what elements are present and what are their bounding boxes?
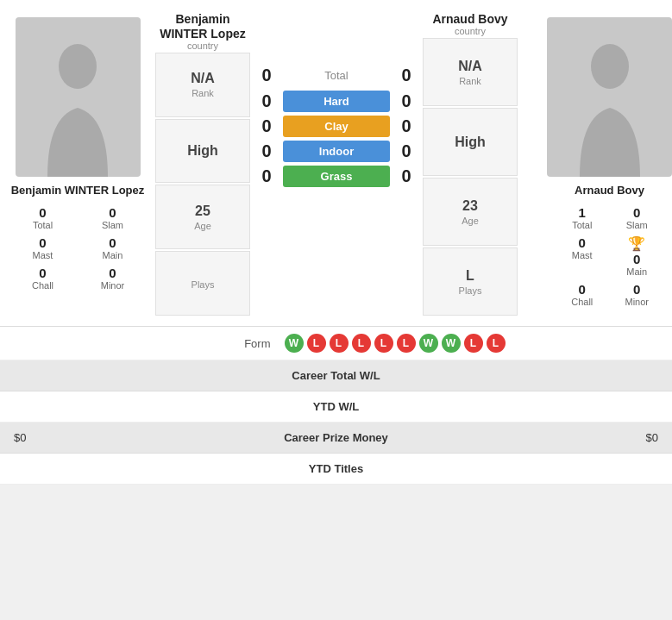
grass-court-row: 0 Grass 0 [254, 166, 419, 187]
left-slam-stat: 0 Slam [82, 204, 143, 232]
career-total-row: Career Total W/L [0, 360, 672, 391]
form-badges: WLLLLLWWLL [285, 334, 506, 353]
center-scores-section: 0 Total 0 0 Hard 0 0 Clay 0 [250, 9, 423, 317]
svg-point-0 [59, 44, 97, 89]
center-right-name: Arnaud Bovy [432, 12, 507, 26]
clay-court-row: 0 Clay 0 [254, 116, 419, 137]
left-age-block: 25 Age [155, 185, 250, 249]
left-plays-block: Plays [155, 251, 250, 316]
form-badge-l: L [307, 334, 326, 353]
prize-left-value: $0 [14, 431, 175, 444]
main-container: Benjamin WINTER Lopez 0 Total 0 Slam 0 M… [0, 0, 672, 485]
hard-court-row: 0 Hard 0 [254, 91, 419, 112]
right-total-stat: 1 Total [559, 204, 606, 232]
right-country: country [455, 26, 486, 36]
right-trophy-cell: 🏆 0 Main [614, 234, 661, 279]
right-player-name: Arnaud Bovy [575, 184, 644, 197]
middle-section: Benjamin WINTER Lopez country N/A Rank H… [155, 9, 547, 317]
clay-court-btn[interactable]: Clay [283, 116, 390, 137]
indoor-court-row: 0 Indoor 0 [254, 141, 419, 162]
form-badge-l: L [397, 334, 416, 353]
total-score-row: 0 Total 0 [254, 60, 419, 91]
right-plays-block: L Plays [423, 247, 518, 316]
form-badge-w: W [285, 334, 304, 353]
ytd-row: YTD W/L [0, 391, 672, 423]
form-row: Form WLLLLLWWLL [0, 327, 672, 360]
hard-court-btn[interactable]: Hard [283, 91, 390, 112]
left-mast-stat: 0 Mast [12, 234, 73, 262]
center-left-name-line2: WINTER Lopez [160, 27, 246, 41]
prize-label: Career Prize Money [175, 431, 498, 444]
left-minor-stat: 0 Minor [82, 264, 143, 292]
form-label: Form [167, 337, 271, 350]
right-stats-grid: 1 Total 0 Slam 0 Mast 🏆 0 Main 0 [556, 204, 663, 309]
svg-point-1 [591, 44, 629, 89]
left-player-card: Benjamin WINTER Lopez 0 Total 0 Slam 0 M… [0, 9, 155, 317]
grass-court-btn[interactable]: Grass [283, 166, 390, 187]
left-chall-stat: 0 Chall [12, 264, 73, 292]
ytd-label: YTD W/L [14, 400, 658, 413]
right-player-card: Arnaud Bovy 1 Total 0 Slam 0 Mast 🏆 0 [547, 9, 672, 317]
form-badge-l: L [352, 334, 371, 353]
right-player-avatar [547, 17, 672, 177]
bottom-section: Form WLLLLLWWLL Career Total W/L YTD W/L… [0, 327, 672, 485]
ytd-titles-label: YTD Titles [14, 462, 658, 475]
right-player-silhouette [571, 39, 649, 177]
left-stats-panel: Benjamin WINTER Lopez country N/A Rank H… [155, 9, 250, 317]
right-mast-stat: 0 Mast [559, 234, 606, 279]
ytd-titles-row: YTD Titles [0, 454, 672, 485]
form-badge-l: L [487, 334, 506, 353]
left-stats-grid: 0 Total 0 Slam 0 Mast 0 Main 0 Chall [9, 204, 147, 292]
left-player-avatar [16, 17, 141, 177]
center-left-name-line1: Benjamin [175, 12, 229, 27]
left-rank-block: N/A Rank [155, 53, 250, 117]
prize-right-value: $0 [497, 431, 658, 444]
form-badge-l: L [330, 334, 349, 353]
left-trophy-icon-cell: 0 Main [82, 234, 143, 262]
right-high-block: High [423, 108, 518, 176]
left-player-name: Benjamin WINTER Lopez [11, 184, 145, 197]
prize-row: $0 Career Prize Money $0 [0, 423, 672, 454]
right-stats-panel: Arnaud Bovy country N/A Rank High 23 Age [423, 9, 518, 317]
left-country: country [187, 41, 218, 51]
right-rank-block: N/A Rank [423, 38, 518, 106]
left-high-block: High [155, 119, 250, 184]
form-badge-w: W [442, 334, 461, 353]
indoor-court-btn[interactable]: Indoor [283, 141, 390, 162]
right-minor-stat: 0 Minor [614, 280, 661, 309]
left-total-stat: 0 Total [12, 204, 73, 232]
left-player-silhouette [39, 39, 116, 177]
court-rows: 0 Hard 0 0 Clay 0 0 Indoor 0 [254, 91, 419, 191]
right-slam-stat: 0 Slam [614, 204, 661, 232]
form-badge-l: L [464, 334, 483, 353]
form-badge-l: L [374, 334, 393, 353]
comparison-section: Benjamin WINTER Lopez 0 Total 0 Slam 0 M… [0, 0, 672, 327]
form-badge-w: W [419, 334, 438, 353]
career-total-label: Career Total W/L [14, 369, 658, 382]
right-chall-stat: 0 Chall [559, 280, 606, 309]
trophy-icon: 🏆 [628, 235, 645, 252]
right-age-block: 23 Age [423, 178, 518, 246]
